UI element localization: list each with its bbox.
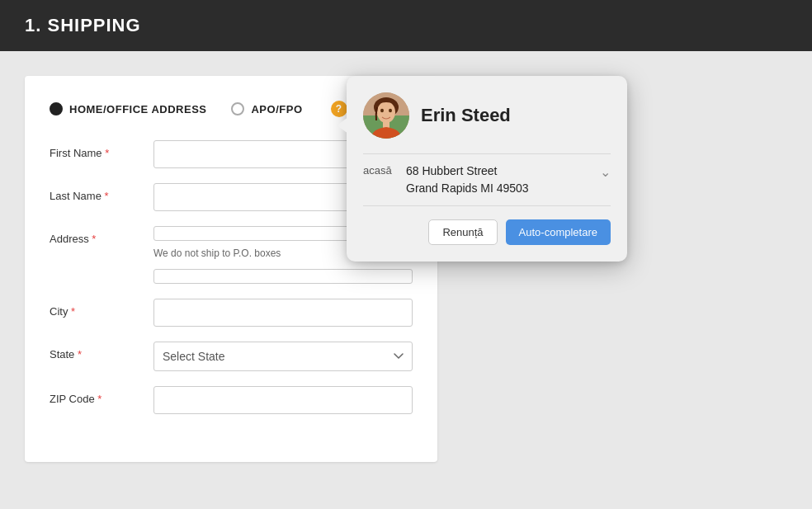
- svg-point-6: [389, 109, 392, 112]
- popup-address-label: acasă: [363, 163, 396, 177]
- cancel-button[interactable]: Renunță: [428, 219, 497, 245]
- apo-fpo-radio[interactable]: APO/FPO: [231, 102, 302, 115]
- last-name-label: Last Name *: [50, 183, 140, 202]
- svg-point-5: [380, 109, 384, 112]
- popup-user-row: Erin Steed: [363, 92, 611, 139]
- required-star: *: [97, 393, 102, 405]
- required-star: *: [105, 147, 109, 159]
- home-office-radio[interactable]: HOME/OFFICE ADDRESS: [50, 102, 206, 115]
- chevron-updown-icon[interactable]: ⌄: [600, 163, 611, 180]
- autocomplete-popup: Erin Steed acasă 68 Hubbert Street Grand…: [347, 76, 627, 262]
- svg-point-3: [377, 101, 395, 123]
- first-name-label: First Name *: [50, 140, 140, 159]
- zip-row: ZIP Code *: [50, 386, 413, 414]
- required-star: *: [71, 305, 75, 318]
- apo-fpo-label: APO/FPO: [251, 103, 302, 115]
- state-select[interactable]: Select State Alabama Alaska Arizona Cali…: [153, 342, 413, 371]
- popup-address-line1: 68 Hubbert Street: [406, 163, 590, 180]
- city-row: City *: [50, 299, 413, 327]
- home-office-label: HOME/OFFICE ADDRESS: [69, 103, 206, 115]
- address-label: Address *: [50, 226, 140, 245]
- popup-username: Erin Steed: [421, 105, 511, 126]
- city-label: City *: [50, 299, 140, 318]
- page-header: 1. Shipping: [0, 0, 812, 51]
- popup-address-row: acasă 68 Hubbert Street Grand Rapids MI …: [363, 153, 611, 206]
- help-icon[interactable]: ?: [331, 101, 347, 117]
- popup-address-line2: Grand Rapids MI 49503: [406, 180, 590, 197]
- popup-buttons: Renunță Auto-completare: [363, 219, 611, 245]
- page-content: HOME/OFFICE ADDRESS APO/FPO ? First Name…: [0, 51, 812, 462]
- state-row: State * Select State Alabama Alaska Ariz…: [50, 342, 413, 371]
- autocomplete-button[interactable]: Auto-completare: [506, 219, 611, 245]
- required-star: *: [105, 190, 109, 202]
- state-label: State *: [50, 342, 140, 361]
- city-input[interactable]: [153, 299, 413, 327]
- address-input-2[interactable]: [153, 269, 413, 284]
- required-star: *: [92, 233, 96, 245]
- avatar: [363, 92, 409, 139]
- radio-filled-icon: [50, 102, 63, 115]
- page-title: 1. Shipping: [25, 15, 141, 36]
- svg-rect-4: [383, 121, 389, 128]
- required-star: *: [78, 348, 82, 361]
- popup-address-text: 68 Hubbert Street Grand Rapids MI 49503: [406, 163, 590, 197]
- radio-empty-icon: [231, 102, 244, 115]
- zip-input[interactable]: [153, 386, 413, 414]
- zip-label: ZIP Code *: [50, 386, 140, 405]
